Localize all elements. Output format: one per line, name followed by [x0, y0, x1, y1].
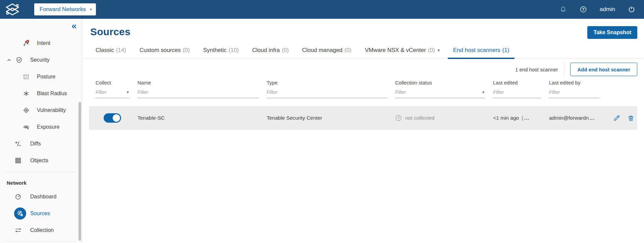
last-edited-by-value: admin@forwardn	[549, 115, 589, 121]
power-icon[interactable]	[628, 6, 635, 13]
sidebar-item-collection[interactable]: Collection	[0, 222, 82, 239]
sidebar-divider	[5, 241, 76, 242]
sidebar-scrollbar[interactable]	[78, 102, 81, 241]
tab-count: (14)	[116, 47, 126, 54]
exposure-eye-icon	[23, 124, 30, 130]
blast-radius-icon	[23, 90, 30, 97]
scanners-table: Collect Name Type Collection status Last…	[82, 80, 644, 130]
org-name: Forward Networks	[40, 6, 86, 13]
tab-label: VMware NSX & vCenter	[365, 47, 426, 54]
column-header-last-edited: Last edited	[493, 80, 549, 85]
name-filter[interactable]	[138, 86, 259, 98]
objects-grid-icon	[15, 157, 21, 164]
type-filter-input[interactable]	[267, 89, 387, 95]
sidebar-item-intent[interactable]: Intent	[0, 35, 82, 52]
main-content: Sources Take Snapshot Classic (14) Custo…	[82, 19, 644, 243]
tab-count: (0)	[183, 47, 190, 54]
table-header-row: Collect Name Type Collection status Last…	[82, 80, 644, 85]
tab-custom-sources[interactable]: Custom sources (0)	[134, 47, 195, 59]
table-filter-row: ▾ ▾	[82, 86, 644, 98]
sources-active-icon	[14, 207, 26, 220]
delete-trash-icon[interactable]	[627, 114, 635, 122]
tab-cloud-infra[interactable]: Cloud infra (0)	[247, 47, 294, 59]
tab-synthetic[interactable]: Synthetic (10)	[198, 47, 244, 59]
name-filter-input[interactable]	[138, 89, 259, 95]
help-icon[interactable]: ?	[580, 6, 587, 13]
take-snapshot-button[interactable]: Take Snapshot	[587, 26, 637, 39]
page-title: Sources	[90, 26, 130, 38]
sidebar-item-blast-radius[interactable]: Blast Radius	[0, 85, 82, 102]
column-header-name: Name	[138, 80, 267, 85]
tab-vmware-nsx-vcenter[interactable]: VMware NSX & vCenter (0) ▾	[360, 47, 445, 59]
shield-check-icon	[16, 57, 22, 63]
last-edited-value: <1 min ago	[493, 115, 519, 121]
sidebar-item-security[interactable]: Security	[0, 52, 82, 68]
username[interactable]: admin	[600, 6, 615, 13]
sidebar-divider	[5, 172, 76, 172]
tab-label: Cloud infra	[252, 47, 280, 54]
sidebar-item-posture[interactable]: Posture	[0, 68, 82, 85]
sidebar-item-label: Security	[30, 57, 50, 63]
tab-bar: Classic (14) Custom sources (0) Syntheti…	[82, 45, 644, 59]
diffs-plus-minus-icon	[15, 140, 21, 147]
chevron-down-icon: ▾	[90, 7, 92, 12]
svg-text:?: ?	[397, 116, 399, 120]
add-end-host-scanner-button[interactable]: Add end host scanner	[570, 63, 637, 76]
intent-graph-icon	[23, 40, 30, 47]
svg-text:?: ?	[582, 7, 584, 11]
sidebar-item-exposure[interactable]: Exposure	[0, 119, 82, 135]
sidebar-item-label: Posture	[37, 74, 55, 80]
table-toolbar: 1 end host scanner Add end host scanner	[82, 59, 644, 80]
last-edited-filter-input[interactable]	[493, 89, 541, 95]
posture-grid-icon	[23, 73, 30, 80]
sidebar-item-label: Sources	[30, 210, 50, 217]
sidebar-item-label: Intent	[37, 40, 50, 46]
sidebar-item-label: Exposure	[37, 124, 60, 130]
tab-label: Classic	[96, 47, 114, 54]
topbar-actions: ? admin	[559, 6, 635, 13]
chevron-down-icon[interactable]: ▾	[482, 90, 484, 95]
sidebar-item-sources[interactable]: Sources	[0, 205, 82, 222]
sidebar-nav: Intent Security Posture	[0, 19, 82, 242]
tab-cloud-managed[interactable]: Cloud managed (0)	[297, 47, 357, 59]
topbar: Forward Networks ▾ ? admin	[0, 0, 644, 19]
sidebar-item-diffs[interactable]: Diffs	[0, 135, 82, 152]
column-header-last-edited-by: Last edited by	[549, 80, 607, 85]
scanner-type: Tenable Security Center	[267, 115, 395, 121]
status-help-icon[interactable]: ?	[395, 115, 402, 121]
column-header-type: Type	[267, 80, 395, 85]
tab-label: Synthetic	[203, 47, 227, 54]
tab-count: (10)	[229, 47, 239, 54]
collapse-sidebar-button[interactable]: «	[72, 21, 76, 30]
scanner-name: Tenable-SC	[138, 115, 267, 121]
tab-count: (0)	[282, 47, 289, 54]
collection-status-filter[interactable]: ▾	[395, 86, 485, 98]
collection-status-filter-input[interactable]	[395, 89, 485, 95]
dashboard-gauge-icon	[15, 193, 21, 200]
tab-classic[interactable]: Classic (14)	[90, 47, 131, 59]
tab-end-host-scanners[interactable]: End host scanners (1)	[448, 47, 515, 59]
last-edited-filter[interactable]	[493, 86, 541, 98]
last-edited-by-filter-input[interactable]	[549, 89, 599, 95]
table-row[interactable]: Tenable-SC Tenable Security Center ? not…	[89, 106, 637, 130]
last-edited-by-more-link[interactable]: ...	[589, 115, 595, 121]
edit-pencil-icon[interactable]	[613, 114, 621, 122]
type-filter[interactable]	[267, 86, 387, 98]
sidebar-item-dashboard[interactable]: Dashboard	[0, 188, 82, 205]
collection-sliders-icon	[15, 227, 21, 234]
collect-filter[interactable]: ▾	[96, 86, 129, 98]
collect-toggle[interactable]	[104, 113, 121, 123]
chevron-down-icon[interactable]: ▾	[127, 90, 129, 95]
org-selector[interactable]: Forward Networks ▾	[34, 3, 96, 15]
last-edited-by-filter[interactable]	[549, 86, 599, 98]
last-edited-paren: (	[522, 115, 523, 121]
last-edited-more-link[interactable]: ...	[524, 115, 529, 121]
column-header-collection-status: Collection status	[395, 80, 493, 85]
collect-filter-input[interactable]	[96, 89, 129, 95]
toggle-knob	[113, 114, 120, 122]
vulnerability-crosshair-icon	[23, 107, 30, 114]
sidebar-item-objects[interactable]: Objects	[0, 152, 82, 169]
toolbar-divider	[564, 62, 564, 76]
notifications-icon[interactable]	[559, 6, 567, 13]
sidebar-item-vulnerability[interactable]: Vulnerability	[0, 102, 82, 119]
